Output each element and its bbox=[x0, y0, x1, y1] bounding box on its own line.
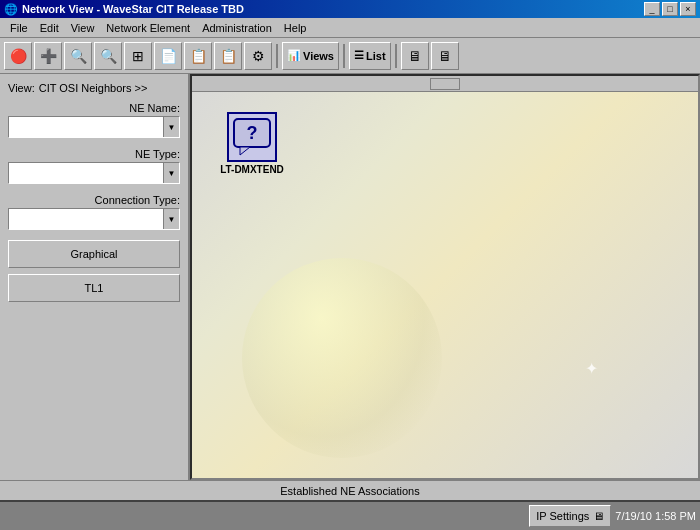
app-icon: 🌐 bbox=[4, 3, 18, 16]
toolbar-separator-2 bbox=[343, 44, 345, 68]
star-decoration: ✦ bbox=[585, 359, 598, 378]
menu-bar: File Edit View Network Element Administr… bbox=[0, 18, 700, 38]
ne-type-select[interactable]: ▼ bbox=[8, 162, 180, 184]
svg-marker-1 bbox=[240, 147, 250, 155]
ne-label: LT-DMXTEND bbox=[212, 164, 292, 175]
toolbar: 🔴 ➕ 🔍 🔍 ⊞ 📄 📋 📋 ⚙ 📊 Views ☰ List 🖥 🖥 bbox=[0, 38, 700, 74]
main-area: View: CIT OSI Neighbors >> NE Name: ▼ NE… bbox=[0, 74, 700, 480]
svg-text:?: ? bbox=[247, 123, 258, 143]
toolbar-views-button[interactable]: 📊 Views bbox=[282, 42, 339, 70]
ne-name-group: NE Name: ▼ bbox=[8, 102, 180, 138]
status-text: Established NE Associations bbox=[4, 485, 696, 497]
tl1-button[interactable]: TL1 bbox=[8, 274, 180, 302]
ne-name-arrow[interactable]: ▼ bbox=[163, 117, 179, 137]
view-value: CIT OSI Neighbors >> bbox=[39, 82, 148, 94]
ne-type-group: NE Type: ▼ bbox=[8, 148, 180, 184]
bottom-area: IP Settings 🖥 7/19/10 1:58 PM bbox=[0, 500, 700, 530]
toolbar-btn-8[interactable]: 📋 bbox=[214, 42, 242, 70]
ip-settings-button[interactable]: IP Settings 🖥 bbox=[529, 505, 611, 527]
ne-name-select[interactable]: ▼ bbox=[8, 116, 180, 138]
connection-type-label: Connection Type: bbox=[8, 194, 180, 206]
ne-type-arrow[interactable]: ▼ bbox=[163, 163, 179, 183]
toolbar-btn-3[interactable]: 🔍 bbox=[64, 42, 92, 70]
left-panel: View: CIT OSI Neighbors >> NE Name: ▼ NE… bbox=[0, 74, 190, 480]
ne-node[interactable]: ? LT-DMXTEND bbox=[212, 112, 292, 175]
ne-type-label: NE Type: bbox=[8, 148, 180, 160]
ne-icon[interactable]: ? bbox=[227, 112, 277, 162]
maximize-button[interactable]: □ bbox=[662, 2, 678, 16]
toolbar-btn-1[interactable]: 🔴 bbox=[4, 42, 32, 70]
toolbar-separator-1 bbox=[276, 44, 278, 68]
menu-edit[interactable]: Edit bbox=[34, 20, 65, 36]
minimize-button[interactable]: _ bbox=[644, 2, 660, 16]
menu-administration[interactable]: Administration bbox=[196, 20, 278, 36]
ne-name-label: NE Name: bbox=[8, 102, 180, 114]
ip-settings-label: IP Settings bbox=[536, 510, 589, 522]
status-bar: Established NE Associations bbox=[0, 480, 700, 500]
ip-settings-icon: 🖥 bbox=[593, 510, 604, 522]
toolbar-btn-5[interactable]: ⊞ bbox=[124, 42, 152, 70]
title-bar-left: 🌐 Network View - WaveStar CIT Release TB… bbox=[4, 3, 244, 16]
title-bar-controls: _ □ × bbox=[644, 2, 696, 16]
scrollbar-horizontal[interactable] bbox=[192, 76, 698, 92]
window-title: Network View - WaveStar CIT Release TBD bbox=[22, 3, 244, 15]
views-label: Views bbox=[303, 50, 334, 62]
connection-type-select[interactable]: ▼ bbox=[8, 208, 180, 230]
canvas-area: ✦ ? LT-DMXTEND bbox=[190, 74, 700, 480]
toolbar-btn-2[interactable]: ➕ bbox=[34, 42, 62, 70]
menu-file[interactable]: File bbox=[4, 20, 34, 36]
toolbar-btn-6[interactable]: 📄 bbox=[154, 42, 182, 70]
close-button[interactable]: × bbox=[680, 2, 696, 16]
ne-icon-svg: ? bbox=[232, 117, 272, 157]
globe-decoration bbox=[242, 258, 442, 458]
menu-network-element[interactable]: Network Element bbox=[100, 20, 196, 36]
view-prefix: View: bbox=[8, 82, 35, 94]
title-bar: 🌐 Network View - WaveStar CIT Release TB… bbox=[0, 0, 700, 18]
menu-view[interactable]: View bbox=[65, 20, 101, 36]
toolbar-btn-11[interactable]: 🖥 bbox=[431, 42, 459, 70]
toolbar-list-button[interactable]: ☰ List bbox=[349, 42, 391, 70]
connection-type-group: Connection Type: ▼ bbox=[8, 194, 180, 230]
toolbar-btn-10[interactable]: 🖥 bbox=[401, 42, 429, 70]
view-label-row: View: CIT OSI Neighbors >> bbox=[8, 82, 180, 94]
list-icon: ☰ bbox=[354, 49, 364, 62]
scrollbar-thumb[interactable] bbox=[430, 78, 460, 90]
graphical-button[interactable]: Graphical bbox=[8, 240, 180, 268]
list-label: List bbox=[366, 50, 386, 62]
views-icon: 📊 bbox=[287, 49, 301, 62]
connection-type-arrow[interactable]: ▼ bbox=[163, 209, 179, 229]
datetime-display: 7/19/10 1:58 PM bbox=[615, 510, 696, 522]
toolbar-btn-9[interactable]: ⚙ bbox=[244, 42, 272, 70]
toolbar-separator-3 bbox=[395, 44, 397, 68]
toolbar-btn-4[interactable]: 🔍 bbox=[94, 42, 122, 70]
canvas-content: ✦ ? LT-DMXTEND bbox=[192, 92, 698, 478]
menu-help[interactable]: Help bbox=[278, 20, 313, 36]
toolbar-btn-7[interactable]: 📋 bbox=[184, 42, 212, 70]
